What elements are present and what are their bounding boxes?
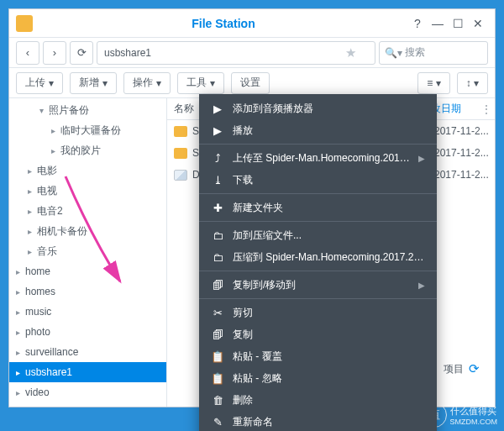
menu-separator bbox=[199, 298, 437, 299]
submenu-arrow-icon: ▶ bbox=[418, 154, 425, 163]
expand-icon[interactable]: ▸ bbox=[16, 328, 20, 337]
tree-item-web[interactable]: ▸web bbox=[9, 402, 166, 407]
chevron-down-icon: ▾ bbox=[210, 77, 215, 89]
expand-icon[interactable]: ▸ bbox=[16, 388, 20, 397]
expand-icon[interactable]: ▸ bbox=[28, 247, 32, 256]
chevron-down-icon: ▾ bbox=[102, 77, 108, 89]
upload-button[interactable]: 上传▾ bbox=[16, 72, 63, 94]
maximize-icon[interactable]: ☐ bbox=[448, 15, 468, 32]
menu-item[interactable]: ⤴上传至 Spider-Man.Homecoming.2017.2160p...… bbox=[199, 147, 437, 169]
settings-button[interactable]: 设置 bbox=[231, 72, 270, 94]
tree-item-music[interactable]: ▸music bbox=[9, 302, 166, 322]
footer: 项目 ⟳ bbox=[444, 356, 480, 381]
tree-item-usbshare1[interactable]: ▸usbshare1 bbox=[9, 362, 166, 382]
help-icon[interactable]: ? bbox=[407, 15, 428, 32]
minimize-icon[interactable]: — bbox=[428, 15, 448, 32]
image-icon bbox=[174, 170, 187, 181]
expand-icon[interactable]: ▸ bbox=[16, 287, 20, 297]
footer-items: 项目 bbox=[444, 362, 464, 376]
expand-icon[interactable]: ▸ bbox=[16, 348, 20, 357]
back-button[interactable]: ‹ bbox=[16, 41, 39, 65]
menu-item[interactable]: ▶添加到音频播放器 bbox=[199, 97, 437, 119]
menu-item[interactable]: ✚新建文件夹 bbox=[199, 197, 437, 218]
refresh-button[interactable]: ⟳ bbox=[70, 41, 93, 65]
menu-icon: ✚ bbox=[211, 202, 224, 214]
tool-button[interactable]: 工具▾ bbox=[177, 72, 224, 94]
menu-item[interactable]: 🗑删除 bbox=[199, 389, 437, 411]
folder-icon bbox=[174, 126, 187, 137]
menu-item[interactable]: 🗀加到压缩文件... bbox=[199, 224, 437, 246]
menu-item[interactable]: ✎重新命名 bbox=[199, 411, 437, 431]
tree-item-photo[interactable]: ▸photo bbox=[9, 322, 166, 342]
expand-icon[interactable]: ▸ bbox=[51, 146, 55, 155]
menu-icon: ✎ bbox=[211, 416, 224, 428]
expand-icon[interactable]: ▸ bbox=[51, 126, 55, 135]
menu-item[interactable]: ▶播放 bbox=[199, 119, 437, 141]
new-button[interactable]: 新增▾ bbox=[70, 72, 117, 94]
forward-button[interactable]: › bbox=[43, 41, 66, 65]
tree-item-video[interactable]: ▸video bbox=[9, 382, 166, 402]
tree-item-surveillance[interactable]: ▸surveillance bbox=[9, 342, 166, 362]
expand-icon[interactable]: ▸ bbox=[16, 368, 20, 377]
tree-item-电影[interactable]: ▸电影 bbox=[9, 160, 166, 181]
menu-icon: 📋 bbox=[211, 372, 224, 385]
tree-item-homes[interactable]: ▸homes bbox=[9, 281, 166, 302]
chevron-down-icon: ▾ bbox=[49, 77, 54, 89]
menu-item[interactable]: 📋粘贴 - 覆盖 bbox=[199, 345, 437, 367]
tree-item-相机卡备份[interactable]: ▸相机卡备份 bbox=[9, 221, 166, 241]
menu-separator bbox=[199, 271, 437, 271]
menu-item[interactable]: 🗀压缩到 Spider-Man.Homecoming.2017.2160p.Bl… bbox=[199, 246, 437, 268]
tree-item-音乐[interactable]: ▸音乐 bbox=[9, 241, 166, 261]
close-icon[interactable]: ✕ bbox=[468, 15, 488, 32]
menu-separator bbox=[199, 193, 437, 194]
footer-refresh-icon[interactable]: ⟳ bbox=[469, 361, 480, 376]
window-title: File Station bbox=[39, 17, 407, 30]
tree-item-照片备份[interactable]: ▾照片备份 bbox=[9, 100, 166, 120]
expand-icon[interactable]: ▸ bbox=[16, 307, 20, 317]
tree-item-我的胶片[interactable]: ▸我的胶片 bbox=[9, 140, 166, 160]
menu-item[interactable]: 🗐复制 bbox=[199, 323, 437, 345]
expand-icon[interactable]: ▸ bbox=[28, 207, 32, 216]
expand-icon[interactable]: ▸ bbox=[28, 166, 32, 176]
menu-item[interactable]: ⤓下载 bbox=[199, 169, 437, 191]
menu-icon: ✂ bbox=[211, 307, 224, 319]
path-input[interactable] bbox=[97, 41, 375, 65]
menu-icon: 🗀 bbox=[211, 251, 224, 264]
tree-item-电音2[interactable]: ▸电音2 bbox=[9, 201, 166, 221]
menu-icon: ▶ bbox=[211, 124, 224, 137]
tree-item-临时大疆备份[interactable]: ▸临时大疆备份 bbox=[9, 120, 166, 140]
expand-icon[interactable]: ▸ bbox=[28, 187, 32, 196]
tree-item-home[interactable]: ▸home bbox=[9, 261, 166, 281]
expand-icon[interactable]: ▸ bbox=[16, 267, 20, 276]
titlebar: File Station ? — ☐ ✕ bbox=[9, 9, 495, 38]
tree-item-电视[interactable]: ▸电视 bbox=[9, 181, 166, 201]
chevron-down-icon: ▾ bbox=[156, 77, 161, 89]
navbar: ‹ › ⟳ ★ 🔍▾ 搜索 bbox=[9, 38, 495, 68]
menu-icon: ▶ bbox=[211, 102, 224, 115]
search-icon: 🔍▾ bbox=[385, 47, 402, 59]
app-icon bbox=[16, 15, 33, 32]
menu-icon: 🗐 bbox=[211, 279, 224, 292]
view-list-button[interactable]: ≡ ▾ bbox=[417, 72, 449, 94]
menu-item[interactable]: ✂剪切 bbox=[199, 302, 437, 323]
menu-item[interactable]: 📋粘贴 - 忽略 bbox=[199, 367, 437, 389]
menu-icon: ⤓ bbox=[211, 174, 224, 187]
menu-icon: 🗑 bbox=[211, 394, 224, 407]
submenu-arrow-icon: ▶ bbox=[418, 281, 425, 290]
col-menu-icon[interactable]: ⋮ bbox=[481, 103, 495, 115]
expand-icon[interactable]: ▾ bbox=[39, 106, 44, 115]
folder-tree: ▾照片备份▸临时大疆备份▸我的胶片▸电影▸电视▸电音2▸相机卡备份▸音乐▸hom… bbox=[9, 98, 167, 407]
action-button[interactable]: 操作▾ bbox=[123, 72, 171, 94]
menu-separator bbox=[199, 221, 437, 222]
menu-icon: 🗀 bbox=[211, 229, 224, 242]
expand-icon[interactable]: ▸ bbox=[28, 227, 32, 236]
favorite-icon[interactable]: ★ bbox=[345, 45, 356, 60]
menu-item[interactable]: 🗐复制到/移动到▶ bbox=[199, 274, 437, 296]
search-box[interactable]: 🔍▾ 搜索 bbox=[379, 41, 488, 65]
menu-icon: 🗐 bbox=[211, 329, 224, 341]
sort-button[interactable]: ↕ ▾ bbox=[457, 72, 488, 94]
folder-icon bbox=[174, 148, 187, 159]
menu-separator bbox=[199, 144, 437, 145]
context-menu: ▶添加到音频播放器▶播放⤴上传至 Spider-Man.Homecoming.2… bbox=[199, 94, 437, 431]
menu-icon: ⤴ bbox=[211, 152, 224, 165]
